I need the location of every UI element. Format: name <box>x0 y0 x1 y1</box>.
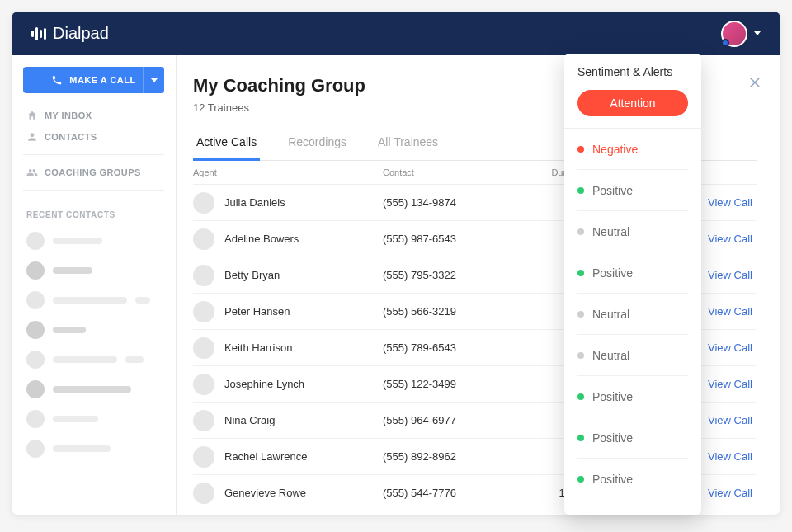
agent-name: Keith Harrison <box>224 341 292 354</box>
nav-coaching-groups[interactable]: COACHING GROUPS <box>12 162 176 183</box>
agent-cell: Nina Craig <box>193 410 383 431</box>
contact-number: (555) 122-3499 <box>383 378 523 390</box>
sentiment-label: Neutral <box>592 349 629 362</box>
avatar <box>193 265 214 286</box>
divider <box>23 190 164 191</box>
agent-cell: Adeline Bowers <box>193 228 383 250</box>
close-icon[interactable] <box>747 75 762 94</box>
recent-contact-placeholder[interactable] <box>12 404 176 434</box>
recent-contacts-label: RECENT CONTACTS <box>12 197 176 226</box>
view-call-link[interactable]: View Call <box>708 269 752 281</box>
sentiment-label: Positive <box>592 431 633 445</box>
view-call-link[interactable]: View Call <box>708 305 752 318</box>
sentiment-label: Neutral <box>592 308 629 321</box>
chevron-down-icon <box>151 78 158 82</box>
avatar <box>721 21 747 47</box>
avatar <box>193 446 214 468</box>
make-call-split[interactable] <box>143 67 164 93</box>
contact-number: (555) 892-8962 <box>383 450 523 463</box>
sentiment-dot-icon <box>578 228 584 235</box>
agent-name: Julia Daniels <box>224 196 285 209</box>
logo-icon <box>31 27 46 40</box>
nav-label: MY INBOX <box>45 111 92 120</box>
agent-name: Josephine Lynch <box>224 378 304 390</box>
sidebar: MAKE A CALL MY INBOX CONTACTS COACHING G… <box>12 55 177 515</box>
sentiment-row[interactable]: Neutral <box>578 294 688 335</box>
recent-contact-placeholder[interactable] <box>12 285 176 315</box>
user-menu[interactable] <box>721 21 761 47</box>
presence-dot-icon <box>721 39 729 47</box>
agent-name: Genevieve Rowe <box>224 487 306 499</box>
view-call-link[interactable]: View Call <box>708 341 752 354</box>
sentiment-label: Positive <box>592 266 633 280</box>
nav-label: CONTACTS <box>45 132 97 142</box>
brand-name: Dialpad <box>53 24 109 43</box>
sentiment-row[interactable]: Neutral <box>578 211 688 252</box>
recent-contact-placeholder[interactable] <box>12 315 176 345</box>
agent-cell: Rachel Lawrence <box>193 446 383 468</box>
agent-cell: Genevieve Rowe <box>193 483 383 504</box>
avatar <box>193 374 214 395</box>
view-call-link[interactable]: View Call <box>708 378 752 390</box>
contact-number: (555) 987-6543 <box>383 233 523 245</box>
recent-contact-placeholder[interactable] <box>12 345 176 374</box>
view-call-link[interactable]: View Call <box>708 414 752 426</box>
chevron-down-icon <box>754 31 761 35</box>
avatar <box>193 337 214 359</box>
brand-logo[interactable]: Dialpad <box>31 24 109 43</box>
home-icon <box>26 110 38 121</box>
make-call-button[interactable]: MAKE A CALL <box>23 67 164 93</box>
agent-cell: Julia Daniels <box>193 192 383 214</box>
make-call-label: MAKE A CALL <box>69 75 135 85</box>
col-contact: Contact <box>383 167 523 177</box>
sentiment-label: Positive <box>592 184 633 197</box>
contact-number: (555) 544-7776 <box>383 487 523 499</box>
agent-cell: Josephine Lynch <box>193 374 383 395</box>
contact-number: (555) 795-3322 <box>383 269 523 281</box>
sentiment-dot-icon <box>578 270 584 276</box>
agent-name: Peter Hansen <box>224 305 290 318</box>
sentiment-title: Sentiment & Alerts <box>578 65 688 78</box>
avatar <box>193 410 214 431</box>
tab-all-trainees[interactable]: All Trainees <box>375 129 441 160</box>
sentiment-row[interactable]: Positive <box>578 170 688 211</box>
sentiment-label: Positive <box>592 390 633 403</box>
tab-recordings[interactable]: Recordings <box>285 129 350 160</box>
recent-contact-placeholder[interactable] <box>12 434 176 464</box>
nav-contacts[interactable]: CONTACTS <box>12 126 176 148</box>
topbar: Dialpad <box>12 12 780 55</box>
sentiment-list: NegativePositiveNeutralPositiveNeutralNe… <box>578 129 688 500</box>
avatar <box>193 192 214 214</box>
sentiment-row[interactable]: Neutral <box>578 335 688 376</box>
view-call-link[interactable]: View Call <box>708 450 752 463</box>
sentiment-label: Negative <box>592 143 638 156</box>
avatar <box>193 301 214 322</box>
sentiment-dot-icon <box>578 311 584 318</box>
sentiment-row[interactable]: Positive <box>578 459 688 500</box>
recent-contact-placeholder[interactable] <box>12 226 176 256</box>
view-call-link[interactable]: View Call <box>708 233 752 245</box>
agent-cell: Keith Harrison <box>193 337 383 359</box>
phone-icon <box>51 74 63 86</box>
sentiment-label: Neutral <box>592 225 629 238</box>
recent-contact-placeholder[interactable] <box>12 374 176 404</box>
sentiment-dot-icon <box>578 435 584 441</box>
avatar <box>193 483 214 504</box>
contact-number: (555) 964-6977 <box>383 414 523 426</box>
tab-active-calls[interactable]: Active Calls <box>193 129 260 161</box>
sentiment-row[interactable]: Positive <box>578 252 688 294</box>
agent-name: Adeline Bowers <box>224 233 299 245</box>
contact-number: (555) 566-3219 <box>383 305 523 318</box>
recent-contact-placeholder[interactable] <box>12 256 176 285</box>
sentiment-row[interactable]: Positive <box>578 376 688 417</box>
divider <box>23 154 164 155</box>
sentiment-row[interactable]: Positive <box>578 417 688 459</box>
col-agent: Agent <box>193 167 383 177</box>
view-call-link[interactable]: View Call <box>708 196 752 209</box>
sentiment-row[interactable]: Negative <box>578 129 688 170</box>
agent-cell: Peter Hansen <box>193 301 383 322</box>
attention-button[interactable]: Attention <box>578 90 688 116</box>
view-call-link[interactable]: View Call <box>708 487 752 499</box>
nav-my-inbox[interactable]: MY INBOX <box>12 105 176 126</box>
contacts-icon <box>26 131 38 143</box>
